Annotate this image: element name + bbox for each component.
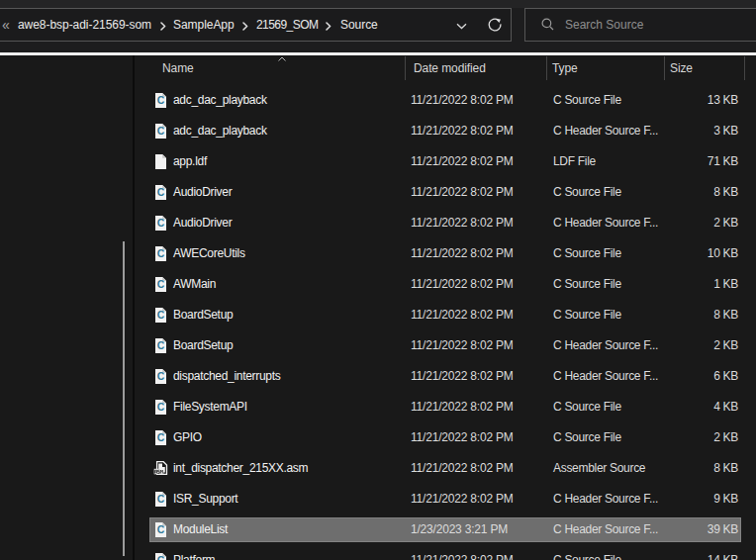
svg-text:C: C bbox=[157, 339, 165, 350]
svg-text:C: C bbox=[157, 186, 165, 197]
svg-text:C: C bbox=[157, 431, 165, 442]
svg-text:C: C bbox=[157, 278, 165, 289]
svg-text:C: C bbox=[157, 370, 165, 381]
svg-text:C: C bbox=[157, 125, 165, 136]
svg-text:C: C bbox=[157, 309, 165, 320]
svg-text:C: C bbox=[157, 401, 165, 412]
svg-text:C: C bbox=[157, 247, 165, 258]
svg-text:C: C bbox=[157, 554, 165, 560]
svg-text:C: C bbox=[157, 94, 165, 105]
svg-text:C: C bbox=[157, 493, 165, 504]
svg-text:C: C bbox=[157, 523, 165, 534]
svg-text:C: C bbox=[157, 217, 165, 228]
